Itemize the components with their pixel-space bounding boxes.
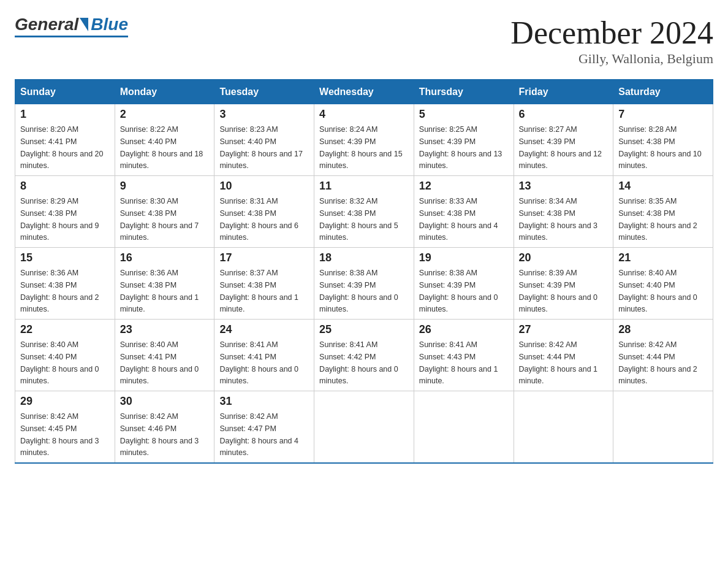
day-info: Sunrise: 8:40 AMSunset: 4:41 PMDaylight:… (120, 340, 199, 385)
calendar-cell: 27 Sunrise: 8:42 AMSunset: 4:44 PMDaylig… (514, 320, 613, 391)
day-number: 19 (419, 251, 509, 264)
day-number: 13 (519, 180, 609, 193)
calendar-cell: 8 Sunrise: 8:29 AMSunset: 4:38 PMDayligh… (15, 176, 115, 248)
day-number: 24 (219, 323, 309, 336)
day-number: 23 (120, 323, 210, 336)
day-number: 12 (419, 180, 509, 193)
header-wednesday: Wednesday (314, 80, 414, 104)
day-number: 1 (20, 108, 110, 121)
calendar-header-row: Sunday Monday Tuesday Wednesday Thursday… (15, 80, 713, 104)
calendar-cell: 13 Sunrise: 8:34 AMSunset: 4:38 PMDaylig… (514, 176, 613, 248)
day-number: 14 (618, 180, 708, 193)
calendar-cell: 17 Sunrise: 8:37 AMSunset: 4:38 PMDaylig… (214, 248, 314, 320)
day-info: Sunrise: 8:29 AMSunset: 4:38 PMDaylight:… (20, 197, 99, 242)
day-info: Sunrise: 8:33 AMSunset: 4:38 PMDaylight:… (419, 197, 498, 242)
day-number: 31 (219, 395, 309, 408)
day-number: 30 (120, 395, 210, 408)
day-info: Sunrise: 8:24 AMSunset: 4:39 PMDaylight:… (319, 125, 403, 170)
day-number: 7 (618, 108, 708, 121)
day-number: 17 (219, 251, 309, 264)
logo-triangle-icon (80, 18, 88, 31)
header-saturday: Saturday (613, 80, 713, 104)
day-number: 29 (20, 395, 110, 408)
day-info: Sunrise: 8:38 AMSunset: 4:39 PMDaylight:… (319, 269, 398, 313)
header-monday: Monday (115, 80, 214, 104)
calendar-cell: 18 Sunrise: 8:38 AMSunset: 4:39 PMDaylig… (314, 248, 414, 320)
day-number: 27 (519, 323, 609, 336)
calendar-cell: 15 Sunrise: 8:36 AMSunset: 4:38 PMDaylig… (15, 248, 115, 320)
day-info: Sunrise: 8:35 AMSunset: 4:38 PMDaylight:… (618, 197, 697, 242)
day-info: Sunrise: 8:31 AMSunset: 4:38 PMDaylight:… (219, 197, 298, 242)
day-info: Sunrise: 8:42 AMSunset: 4:44 PMDaylight:… (519, 340, 598, 385)
calendar-cell (514, 391, 613, 464)
logo: General Blue (15, 15, 128, 37)
calendar-cell: 14 Sunrise: 8:35 AMSunset: 4:38 PMDaylig… (613, 176, 713, 248)
calendar-cell: 16 Sunrise: 8:36 AMSunset: 4:38 PMDaylig… (115, 248, 214, 320)
calendar-cell (613, 391, 713, 464)
day-info: Sunrise: 8:34 AMSunset: 4:38 PMDaylight:… (519, 197, 598, 242)
day-info: Sunrise: 8:42 AMSunset: 4:46 PMDaylight:… (120, 412, 199, 457)
header-sunday: Sunday (15, 80, 115, 104)
day-number: 28 (618, 323, 708, 336)
calendar-cell: 3 Sunrise: 8:23 AMSunset: 4:40 PMDayligh… (214, 104, 314, 176)
header-friday: Friday (514, 80, 613, 104)
week-row-4: 22 Sunrise: 8:40 AMSunset: 4:40 PMDaylig… (15, 320, 713, 391)
calendar-cell: 31 Sunrise: 8:42 AMSunset: 4:47 PMDaylig… (214, 391, 314, 464)
header-thursday: Thursday (414, 80, 514, 104)
day-info: Sunrise: 8:42 AMSunset: 4:44 PMDaylight:… (618, 340, 697, 385)
calendar-cell: 6 Sunrise: 8:27 AMSunset: 4:39 PMDayligh… (514, 104, 613, 176)
calendar-cell: 19 Sunrise: 8:38 AMSunset: 4:39 PMDaylig… (414, 248, 514, 320)
day-number: 9 (120, 180, 210, 193)
location-subtitle: Gilly, Wallonia, Belgium (510, 51, 713, 67)
calendar-cell: 30 Sunrise: 8:42 AMSunset: 4:46 PMDaylig… (115, 391, 214, 464)
day-number: 18 (319, 251, 409, 264)
week-row-5: 29 Sunrise: 8:42 AMSunset: 4:45 PMDaylig… (15, 391, 713, 464)
calendar-cell: 1 Sunrise: 8:20 AMSunset: 4:41 PMDayligh… (15, 104, 115, 176)
page-header: General Blue December 2024 Gilly, Wallon… (15, 15, 713, 67)
day-info: Sunrise: 8:30 AMSunset: 4:38 PMDaylight:… (120, 197, 199, 242)
calendar-cell: 20 Sunrise: 8:39 AMSunset: 4:39 PMDaylig… (514, 248, 613, 320)
calendar-cell: 5 Sunrise: 8:25 AMSunset: 4:39 PMDayligh… (414, 104, 514, 176)
calendar-table: Sunday Monday Tuesday Wednesday Thursday… (15, 79, 713, 464)
day-info: Sunrise: 8:23 AMSunset: 4:40 PMDaylight:… (219, 125, 303, 170)
day-number: 5 (419, 108, 509, 121)
day-info: Sunrise: 8:37 AMSunset: 4:38 PMDaylight:… (219, 269, 298, 313)
day-info: Sunrise: 8:40 AMSunset: 4:40 PMDaylight:… (20, 340, 99, 385)
calendar-cell: 25 Sunrise: 8:41 AMSunset: 4:42 PMDaylig… (314, 320, 414, 391)
day-number: 21 (618, 251, 708, 264)
day-info: Sunrise: 8:32 AMSunset: 4:38 PMDaylight:… (319, 197, 398, 242)
day-number: 26 (419, 323, 509, 336)
title-block: December 2024 Gilly, Wallonia, Belgium (510, 15, 713, 67)
day-number: 11 (319, 180, 409, 193)
day-number: 4 (319, 108, 409, 121)
day-info: Sunrise: 8:25 AMSunset: 4:39 PMDaylight:… (419, 125, 502, 170)
calendar-cell: 9 Sunrise: 8:30 AMSunset: 4:38 PMDayligh… (115, 176, 214, 248)
calendar-cell: 10 Sunrise: 8:31 AMSunset: 4:38 PMDaylig… (214, 176, 314, 248)
week-row-2: 8 Sunrise: 8:29 AMSunset: 4:38 PMDayligh… (15, 176, 713, 248)
day-number: 8 (20, 180, 110, 193)
day-number: 10 (219, 180, 309, 193)
calendar-cell (414, 391, 514, 464)
calendar-cell: 7 Sunrise: 8:28 AMSunset: 4:38 PMDayligh… (613, 104, 713, 176)
week-row-1: 1 Sunrise: 8:20 AMSunset: 4:41 PMDayligh… (15, 104, 713, 176)
day-info: Sunrise: 8:42 AMSunset: 4:47 PMDaylight:… (219, 412, 298, 457)
day-info: Sunrise: 8:27 AMSunset: 4:39 PMDaylight:… (519, 125, 602, 170)
calendar-cell: 22 Sunrise: 8:40 AMSunset: 4:40 PMDaylig… (15, 320, 115, 391)
day-info: Sunrise: 8:20 AMSunset: 4:41 PMDaylight:… (20, 125, 104, 170)
day-number: 22 (20, 323, 110, 336)
calendar-cell: 28 Sunrise: 8:42 AMSunset: 4:44 PMDaylig… (613, 320, 713, 391)
calendar-cell: 29 Sunrise: 8:42 AMSunset: 4:45 PMDaylig… (15, 391, 115, 464)
calendar-cell: 23 Sunrise: 8:40 AMSunset: 4:41 PMDaylig… (115, 320, 214, 391)
day-info: Sunrise: 8:41 AMSunset: 4:42 PMDaylight:… (319, 340, 398, 385)
calendar-cell: 24 Sunrise: 8:41 AMSunset: 4:41 PMDaylig… (214, 320, 314, 391)
calendar-cell: 12 Sunrise: 8:33 AMSunset: 4:38 PMDaylig… (414, 176, 514, 248)
day-info: Sunrise: 8:42 AMSunset: 4:45 PMDaylight:… (20, 412, 99, 457)
month-title: December 2024 (510, 15, 713, 51)
day-info: Sunrise: 8:39 AMSunset: 4:39 PMDaylight:… (519, 269, 598, 313)
day-number: 2 (120, 108, 210, 121)
calendar-cell: 2 Sunrise: 8:22 AMSunset: 4:40 PMDayligh… (115, 104, 214, 176)
day-number: 6 (519, 108, 609, 121)
day-number: 20 (519, 251, 609, 264)
day-info: Sunrise: 8:38 AMSunset: 4:39 PMDaylight:… (419, 269, 498, 313)
calendar-cell: 26 Sunrise: 8:41 AMSunset: 4:43 PMDaylig… (414, 320, 514, 391)
